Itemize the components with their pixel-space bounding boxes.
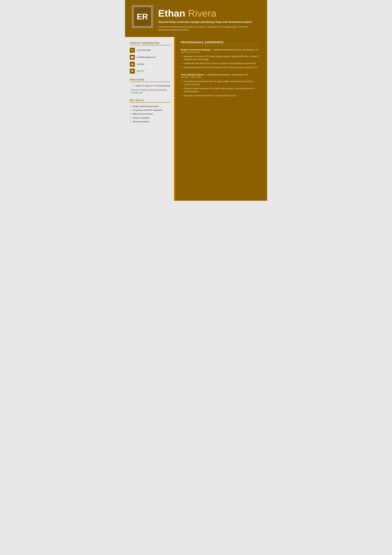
- skill-structural-analysis: Structural analysis: [133, 120, 170, 123]
- accent-bar: [174, 37, 175, 201]
- skills-section: Key skills Bridge engineering principles…: [130, 99, 170, 123]
- resume-header: ER Ethan Rivera Seasoned bridge construc…: [125, 0, 267, 37]
- job-1-company: National Infrastructure Group, Sacrament…: [214, 49, 258, 51]
- resume-document: ER Ethan Rivera Seasoned bridge construc…: [125, 0, 267, 201]
- education-school: University of California, Berkeley | Ber…: [131, 88, 170, 94]
- first-name: Ethan: [158, 8, 185, 19]
- job-1: Bridge Construction Manager | National I…: [181, 49, 261, 69]
- contact-title: Contact information: [130, 42, 170, 45]
- tagline: Seasoned bridge construction manager spe…: [158, 21, 259, 24]
- education-title: Education: [130, 78, 170, 82]
- job-2-company: WestCoast Infrastructure, Sacramento, CA: [207, 73, 248, 76]
- header-text: Ethan Rivera Seasoned bridge constructio…: [158, 6, 259, 31]
- email-icon: [130, 55, 135, 60]
- location-svg: [131, 70, 134, 73]
- skills-list: Bridge engineering principles Compliance…: [133, 105, 170, 123]
- job-2-bullet-2: Designed bridge components for state-fun…: [184, 87, 261, 93]
- job-2-title: Senior Bridge Engineer: [181, 73, 204, 76]
- skill-dot-compliance: Compliance with DOT standards: [133, 109, 170, 112]
- job-1-bullet-2: Collaborate with state DOTs to ensure co…: [184, 62, 261, 65]
- phone-svg: [131, 49, 134, 52]
- summary: Experienced professional with 15 years o…: [158, 25, 259, 31]
- sidebar: Contact information (123) 456-7890 email…: [125, 37, 174, 201]
- phone-icon: [130, 48, 135, 53]
- contact-phone: (123) 456-7890: [130, 48, 170, 53]
- avatar-initials: ER: [136, 12, 148, 21]
- education-degree: Master of Science in Civil Engineering: [135, 84, 170, 87]
- location-text: City, ST: [137, 70, 144, 72]
- contact-location: City, ST: [130, 69, 170, 74]
- email-svg: [131, 56, 134, 59]
- skills-title: Key skills: [130, 99, 170, 102]
- job-2-title-line: Senior Bridge Engineer | WestCoast Infra…: [181, 73, 261, 76]
- main-content: Professional experience Bridge Construct…: [175, 37, 267, 201]
- contact-section: Contact information (123) 456-7890 email…: [130, 42, 170, 74]
- email-text: email@example.com: [137, 56, 156, 58]
- job-1-bullet-3: Implemented advanced structural analysis…: [184, 66, 261, 69]
- job-1-dates: March 2010 - Present: [181, 51, 261, 53]
- education-section: Education Master of Science in Civil Eng…: [130, 78, 170, 94]
- contact-email: email@example.com: [130, 55, 170, 60]
- experience-title: Professional experience: [181, 41, 261, 45]
- full-name: Ethan Rivera: [158, 8, 259, 19]
- skill-project-scheduling: Project scheduling: [133, 117, 170, 119]
- linkedin-svg: [131, 63, 134, 66]
- job-2-dates: July 2007 - March 2010: [181, 76, 261, 78]
- job-1-title: Bridge Construction Manager: [181, 49, 211, 51]
- phone-text: (123) 456-7890: [137, 49, 151, 51]
- location-icon: [130, 69, 135, 74]
- skill-bridge-engineering: Bridge engineering principles: [133, 105, 170, 108]
- job-2-bullet-1: Conducted structural inspections for agi…: [184, 80, 261, 86]
- job-1-bullet-1: Managed construction of 10 major highway…: [184, 55, 261, 61]
- avatar: ER: [133, 6, 152, 27]
- contact-linkedin: LinkedIn: [130, 62, 170, 67]
- job-2-bullet-3: Managed materials procurement, reducing …: [184, 94, 261, 97]
- education-list: Master of Science in Civil Engineering: [133, 84, 170, 87]
- job-1-bullets: Managed construction of 10 major highway…: [184, 55, 261, 69]
- skill-materials-procurement: Materials procurement: [133, 112, 170, 115]
- linkedin-icon: [130, 62, 135, 67]
- job-2-bullets: Conducted structural inspections for agi…: [184, 80, 261, 97]
- job-2: Senior Bridge Engineer | WestCoast Infra…: [181, 73, 261, 97]
- linkedin-text: LinkedIn: [137, 63, 144, 65]
- resume-body: Contact information (123) 456-7890 email…: [125, 37, 267, 201]
- job-1-title-line: Bridge Construction Manager | National I…: [181, 49, 261, 51]
- last-name: Rivera: [188, 8, 216, 19]
